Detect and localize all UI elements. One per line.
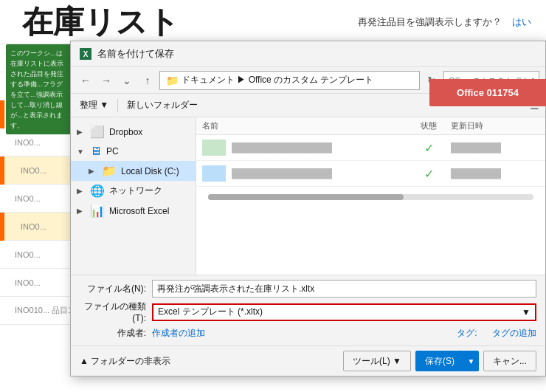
filetype-dropdown-icon: ▼ xyxy=(522,307,531,317)
file-thumbnail xyxy=(202,165,226,182)
save-dropdown-button[interactable]: ▼ xyxy=(464,351,479,371)
nav-item-label: Microsoft Excel xyxy=(109,206,169,216)
col-status-header: 状態 xyxy=(407,120,451,131)
tag-label: タグ: xyxy=(457,327,477,340)
nav-item-dropbox[interactable]: ▶ ⬜ Dropbox xyxy=(71,122,196,142)
col-name-header: 名前 xyxy=(202,120,407,131)
expand-icon: ▶ xyxy=(89,167,97,175)
sync-icon: ✓ xyxy=(424,168,434,180)
app-title: 在庫リスト xyxy=(22,1,179,43)
nav-dropdown-button[interactable]: ⌄ xyxy=(118,72,136,89)
office-badge-text: Office 011754 xyxy=(457,87,519,98)
file-list-header: 名前 状態 更新日時 xyxy=(196,117,545,135)
author-add-link[interactable]: 作成者の追加 xyxy=(152,327,205,340)
organize-button[interactable]: 整理 ▼ xyxy=(77,97,111,113)
pc-icon: 🖥 xyxy=(90,145,102,158)
nav-item-local-disk[interactable]: ▶ 📁 Local Disk (C:) xyxy=(71,161,196,181)
reorder-question: 再発注品目を強調表示しますか？ はい xyxy=(358,16,531,29)
author-row: 作成者: 作成者の追加 タグ: タグの追加 xyxy=(80,326,536,340)
col-date-header: 更新日時 xyxy=(451,120,539,131)
expand-icon: ▶ xyxy=(77,207,86,215)
expand-icon: ▶ xyxy=(77,187,86,195)
filetype-select[interactable]: Excel テンプレート (*.xltx) ▼ xyxy=(152,303,536,321)
dialog-actions: ▲ フォルダーの非表示 ツール(L) ▼ 保存(S) ▼ キャン... xyxy=(71,345,545,376)
filename-label: ファイル名(N): xyxy=(80,283,146,295)
file-date: ████████ xyxy=(451,168,539,179)
dialog-body: ▶ ⬜ Dropbox ▼ 🖥 PC ▶ 📁 Local Disk (C:) ▶… xyxy=(71,117,545,275)
author-label: 作成者: xyxy=(80,327,146,340)
toolbar-separator xyxy=(117,99,118,112)
filetype-value: Excel テンプレート (*.xltx) xyxy=(158,306,263,318)
new-folder-button[interactable]: 新しいフォルダー xyxy=(124,97,201,113)
dialog-bottom: ファイル名(N): ファイルの種類(T): Excel テンプレート (*.xl… xyxy=(71,275,545,345)
scrollbar-area xyxy=(196,187,545,207)
nav-item-excel[interactable]: ▶ 📊 Microsoft Excel xyxy=(71,201,196,221)
tools-button[interactable]: ツール(L) ▼ xyxy=(343,351,411,371)
cancel-button[interactable]: キャン... xyxy=(483,351,536,371)
dropbox-icon: ⬜ xyxy=(90,125,105,139)
file-name: ████████████████ xyxy=(232,168,407,179)
file-status: ✓ xyxy=(407,167,451,181)
left-nav: ▶ ⬜ Dropbox ▼ 🖥 PC ▶ 📁 Local Disk (C:) ▶… xyxy=(71,117,196,275)
network-icon: 🌐 xyxy=(90,184,105,198)
file-thumbnail xyxy=(202,140,226,156)
address-text: ドキュメント ▶ Office のカスタム テンプレート xyxy=(182,74,373,86)
nav-item-label: PC xyxy=(106,146,119,157)
nav-item-pc[interactable]: ▼ 🖥 PC xyxy=(71,142,196,161)
nav-item-label: Dropbox xyxy=(109,127,142,137)
dialog-title: 名前を付けて保存 xyxy=(97,47,174,61)
save-button-group: 保存(S) ▼ xyxy=(415,351,479,371)
folder-hide-button[interactable]: ▲ フォルダーの非表示 xyxy=(80,355,170,368)
file-list: 名前 状態 更新日時 ████████████████ ✓ ████████ xyxy=(196,117,545,275)
filename-row: ファイル名(N): xyxy=(80,280,536,298)
file-name: ████████████████ xyxy=(232,142,407,153)
filetype-label: ファイルの種類(T): xyxy=(80,300,146,323)
nav-item-label: ネットワーク xyxy=(109,185,162,197)
filename-input[interactable] xyxy=(152,280,536,298)
expand-icon: ▼ xyxy=(77,148,86,156)
tooltip-text: このワークシ...は在庫リストに表示された品目を発注する準備...フラグを立て.… xyxy=(10,49,63,129)
file-row[interactable]: ████████████████ ✓ ████████ xyxy=(196,161,545,187)
tag-add-link[interactable]: タグの追加 xyxy=(492,327,536,340)
file-date: ████████ xyxy=(451,142,539,153)
file-row[interactable]: ████████████████ ✓ ████████ xyxy=(196,135,545,161)
expand-icon: ▶ xyxy=(77,128,86,136)
dialog-titlebar: X 名前を付けて保存 xyxy=(71,41,545,67)
tooltip-box: このワークシ...は在庫リストに表示された品目を発注する準備...フラグを立て.… xyxy=(6,44,72,134)
horizontal-scrollbar[interactable] xyxy=(208,194,533,200)
excel-icon: X xyxy=(80,48,91,60)
up-button[interactable]: ↑ xyxy=(139,72,156,89)
scrollbar-thumb[interactable] xyxy=(208,194,404,200)
folder-icon: 📁 xyxy=(166,75,179,86)
folder-icon: 📁 xyxy=(102,164,117,178)
nav-item-network[interactable]: ▶ 🌐 ネットワーク xyxy=(71,181,196,201)
excel-icon: 📊 xyxy=(90,204,105,218)
address-path[interactable]: 📁 ドキュメント ▶ Office のカスタム テンプレート xyxy=(159,71,420,90)
sync-icon: ✓ xyxy=(424,142,434,154)
save-button[interactable]: 保存(S) xyxy=(415,351,464,371)
forward-button[interactable]: → xyxy=(97,72,115,89)
file-status: ✓ xyxy=(407,141,451,155)
app-header: 在庫リスト 再発注品目を強調表示しますか？ はい xyxy=(0,0,546,44)
filetype-row: ファイルの種類(T): Excel テンプレート (*.xltx) ▼ xyxy=(80,300,536,323)
nav-item-label: Local Disk (C:) xyxy=(121,166,179,176)
back-button[interactable]: ← xyxy=(77,72,94,89)
office-badge: Office 011754 xyxy=(429,79,546,106)
